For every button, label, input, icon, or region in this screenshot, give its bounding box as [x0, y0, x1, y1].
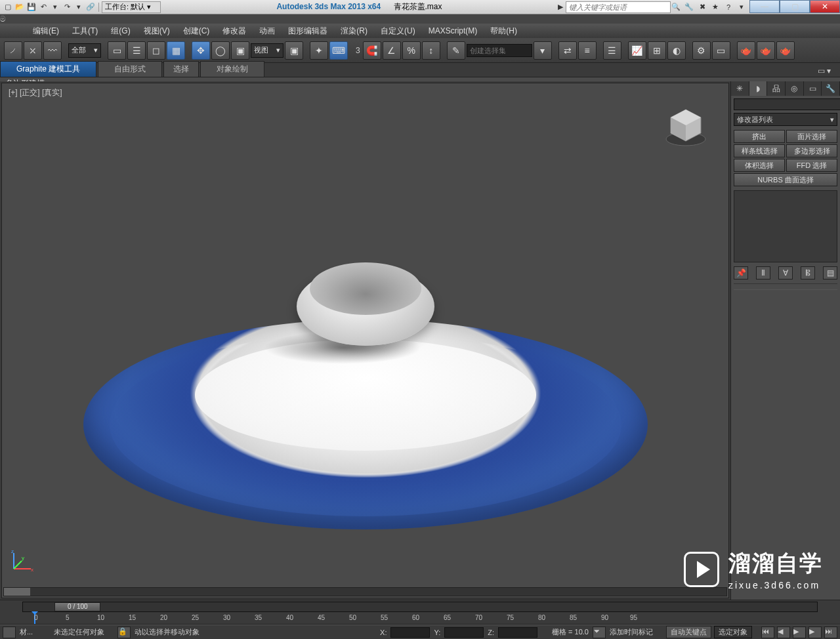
cmd-tab-create-icon[interactable]: ✳ [731, 81, 749, 96]
close-button[interactable]: ✕ [810, 0, 840, 13]
new-icon[interactable]: ▢ [3, 2, 13, 12]
maxscript-mini-icon[interactable] [3, 627, 16, 638]
rotate-icon[interactable]: ◯ [211, 41, 230, 60]
menu-edit[interactable]: 编辑(E) [26, 24, 66, 39]
cmd-tab-motion-icon[interactable]: ◎ [786, 81, 804, 96]
render-iterative-icon[interactable]: 🫖 [757, 41, 775, 60]
ribbon-tab-paint[interactable]: 对象绘制 [200, 61, 264, 77]
move-icon[interactable]: ✥ [192, 41, 210, 60]
menu-create[interactable]: 创建(C) [177, 24, 217, 39]
angle-snap-icon[interactable]: ∠ [383, 41, 401, 60]
remove-modifier-icon[interactable]: 𝄡 [801, 266, 815, 279]
lock-selection-icon[interactable]: 🔒 [117, 627, 131, 638]
select-link-icon[interactable]: ⟋ [4, 41, 22, 60]
undo-icon[interactable]: ↶ [38, 2, 49, 12]
btn-poly-sel[interactable]: 多边形选择 [786, 144, 837, 157]
render-teapot-icon[interactable]: 🫖 [737, 41, 755, 60]
play-start-icon[interactable]: ⏮ [761, 627, 774, 638]
play-end-icon[interactable]: ⏭ [824, 627, 837, 638]
render-setup-icon[interactable]: ⚙ [692, 41, 711, 60]
dropdown-icon[interactable]: ▾ [74, 2, 84, 12]
pin-stack-icon[interactable]: 📌 [734, 266, 748, 279]
menu-views[interactable]: 视图(V) [137, 24, 177, 39]
menu-maxscript[interactable]: MAXScript(M) [422, 24, 484, 37]
exchange-icon[interactable]: ✖ [697, 2, 707, 12]
time-tag-icon[interactable]: ⏷ [593, 627, 606, 638]
btn-extrude[interactable]: 挤出 [734, 130, 785, 143]
viewport-hscroll[interactable] [3, 587, 727, 596]
btn-nurbs-sel[interactable]: NURBS 曲面选择 [734, 173, 837, 186]
menu-customize[interactable]: 自定义(U) [374, 24, 422, 39]
ribbon-min-dropdown[interactable]: ▭ ▾ [815, 65, 833, 77]
material-tab-label[interactable]: 材... [18, 627, 34, 637]
make-unique-icon[interactable]: ∀ [778, 266, 793, 279]
material-editor-icon[interactable]: ◐ [667, 41, 686, 60]
mirror-icon[interactable]: ⇄ [558, 41, 577, 60]
cmd-tab-hierarchy-icon[interactable]: 品 [767, 81, 786, 96]
menu-group[interactable]: 组(G) [104, 24, 136, 39]
search-input[interactable] [566, 1, 671, 13]
modifier-list-dropdown[interactable]: 修改器列表▾ [734, 113, 837, 126]
dropdown-icon[interactable]: ▾ [50, 2, 60, 12]
dropdown-icon[interactable]: ▾ [736, 2, 747, 12]
cmd-tab-display-icon[interactable]: ▭ [804, 81, 822, 96]
transform-y-input[interactable] [444, 627, 484, 638]
schematic-view-icon[interactable]: ⊞ [648, 41, 666, 60]
play-next-icon[interactable]: ▶ [808, 627, 822, 638]
manipulate-icon[interactable]: ✦ [310, 41, 328, 60]
minimize-button[interactable]: — [749, 0, 780, 13]
key-icon[interactable]: 🔧 [684, 2, 694, 12]
selection-filter-dropdown[interactable]: 全部▾ [68, 43, 101, 58]
btn-ffd-sel[interactable]: FFD 选择 [786, 159, 837, 172]
curve-editor-icon[interactable]: 📈 [628, 41, 646, 60]
ref-coord-dropdown[interactable]: 视图▾ [251, 43, 284, 58]
select-region-icon[interactable]: ◻ [147, 41, 165, 60]
snap-toggle-icon[interactable]: 🧲 [363, 41, 381, 60]
menu-graph[interactable]: 图形编辑器 [282, 24, 334, 39]
named-selection-input[interactable] [467, 44, 532, 57]
help-icon[interactable]: ? [723, 2, 734, 12]
cmd-tab-utilities-icon[interactable]: 🔧 [822, 81, 840, 96]
time-slider[interactable]: 0 / 100 [0, 600, 840, 613]
viewport[interactable]: [+] [正交] [真实] z x y [1, 83, 729, 598]
hscroll-thumb[interactable] [4, 588, 30, 596]
scale-icon[interactable]: ▣ [231, 41, 249, 60]
star-icon[interactable]: ★ [710, 2, 721, 12]
keyboard-shortcut-icon[interactable]: ⌨ [329, 41, 348, 60]
percent-snap-icon[interactable]: % [402, 41, 421, 60]
maximize-button[interactable]: ▢ [780, 0, 810, 13]
unlink-icon[interactable]: ⤫ [24, 41, 42, 60]
cmd-tab-modify-icon[interactable]: ◗ [749, 81, 768, 96]
select-object-icon[interactable]: ▭ [108, 41, 126, 60]
dropdown-selected[interactable]: 选定对象 [714, 626, 752, 638]
viewcube[interactable] [663, 103, 709, 149]
btn-spline-sel[interactable]: 样条线选择 [734, 144, 785, 157]
ribbon-tab-selection[interactable]: 选择 [163, 61, 199, 77]
layers-icon[interactable]: ☰ [603, 41, 621, 60]
play-icon[interactable]: ▶ [793, 627, 806, 638]
infocenter-arrow-icon[interactable]: ▶ [555, 2, 566, 12]
object-name-input[interactable] [734, 98, 840, 110]
menu-modifiers[interactable]: 修改器 [216, 24, 253, 39]
select-by-name-icon[interactable]: ☰ [127, 41, 146, 60]
ribbon-tab-freeform[interactable]: 自由形式 [98, 61, 162, 77]
edit-named-sel-icon[interactable]: ✎ [447, 41, 465, 60]
render-production-icon[interactable]: 🫖 [776, 41, 795, 60]
search-icon[interactable]: 🔍 [671, 2, 681, 12]
bind-spacewarp-icon[interactable]: 〰 [43, 41, 62, 60]
show-end-result-icon[interactable]: Ⅱ [756, 266, 770, 279]
window-crossing-icon[interactable]: ▦ [167, 41, 185, 60]
btn-face-sel[interactable]: 面片选择 [786, 130, 837, 143]
named-sel-dropdown-icon[interactable]: ▾ [534, 41, 552, 60]
modifier-stack[interactable] [734, 190, 837, 262]
align-icon[interactable]: ≡ [578, 41, 597, 60]
rendered-frame-icon[interactable]: ▭ [712, 41, 730, 60]
transform-z-input[interactable] [498, 627, 537, 638]
menu-help[interactable]: 帮助(H) [484, 24, 524, 39]
open-icon[interactable]: 📂 [14, 2, 25, 12]
menu-rendering[interactable]: 渲染(R) [334, 24, 374, 39]
timeline-ruler[interactable]: 0 5 10 15 20 25 30 35 40 45 50 55 60 65 … [0, 613, 840, 625]
add-time-tag[interactable]: 添加时间标记 [608, 627, 654, 637]
configure-sets-icon[interactable]: ▤ [823, 266, 837, 279]
menu-animation[interactable]: 动画 [253, 24, 282, 39]
